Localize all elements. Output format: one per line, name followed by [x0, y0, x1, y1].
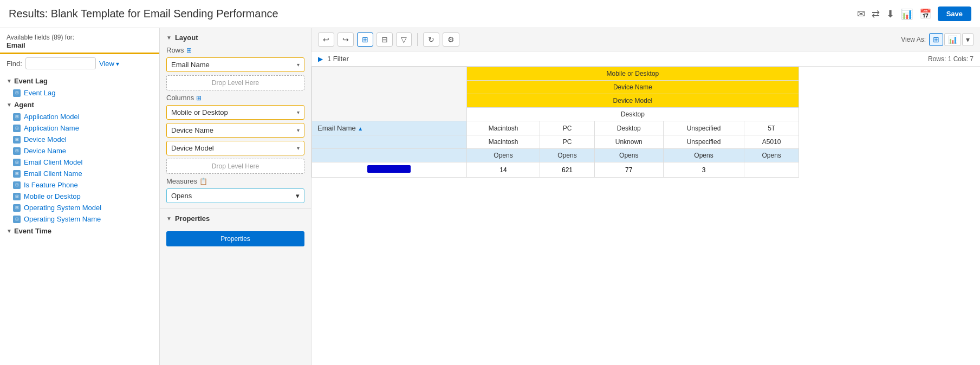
val-desktop: 77 [594, 162, 663, 178]
col-a5010-l3: A5010 [744, 135, 799, 149]
filter-expand-arrow[interactable]: ▶ [318, 55, 323, 63]
field-icon-mobile-or-desktop: ⊞ [13, 193, 21, 200]
rows-dropdown-email-name[interactable]: Email Name ▾ [166, 57, 304, 72]
save-button[interactable]: Save [938, 6, 971, 21]
columns-dropdown-device-name[interactable]: Device Name ▾ [166, 123, 304, 138]
filter-button[interactable]: ▽ [396, 32, 412, 47]
layout-arrow: ▼ [166, 35, 172, 41]
chevron-down-icon-5: ▾ [296, 192, 300, 200]
email-name-col-header: Email Name ▲ [312, 121, 467, 135]
settings-button[interactable]: ⚙ [443, 32, 459, 47]
email-bar [367, 165, 411, 173]
email-name-header-cell [312, 67, 467, 121]
email-icon[interactable]: ✉ [857, 8, 865, 20]
rows-drop-zone: Drop Level Here [166, 75, 304, 90]
group-arrow-event-lag: ▼ [7, 78, 12, 84]
field-icon-app-name: ⊞ [13, 125, 21, 132]
page-title: Results: Blank Template for Email Sendin… [9, 8, 857, 20]
properties-title: ▼ Properties [166, 214, 304, 223]
sort-icon[interactable]: ▲ [358, 126, 363, 132]
col-pc-metric: Opens [540, 149, 595, 162]
col-macintosh-metric: Opens [466, 149, 540, 162]
field-item-application-model[interactable]: ⊞ Application Model [0, 111, 159, 122]
measures-icon: 📋 [199, 178, 207, 185]
field-item-application-name[interactable]: ⊞ Application Name [0, 122, 159, 134]
field-item-os-model[interactable]: ⊞ Operating System Model [0, 202, 159, 213]
val-pc: 621 [540, 162, 595, 178]
email-name-metric-header [312, 135, 467, 149]
available-fields-label: Available fields (89) for: [7, 34, 153, 41]
field-item-os-name[interactable]: ⊞ Operating System Name [0, 213, 159, 225]
col-desktop: Desktop [594, 121, 663, 135]
calendar-icon[interactable]: 📅 [919, 8, 931, 20]
rows-icon: ⊞ [186, 47, 192, 54]
left-panel-header: Available fields (89) for: Email [0, 28, 159, 54]
measures-dropdown-opens[interactable]: Opens ▾ [166, 188, 304, 203]
field-item-event-lag[interactable]: ⊞ Event Lag [0, 87, 159, 99]
email-name-cell [312, 162, 467, 178]
view-table-button[interactable]: ⊞ [929, 33, 943, 46]
find-row: Find: View ▾ [0, 54, 159, 73]
col-5t: 5T [744, 121, 799, 135]
chevron-down-icon-2: ▾ [297, 109, 300, 115]
columns-dropdown-device-model[interactable]: Device Model ▾ [166, 141, 304, 155]
field-item-email-client-name[interactable]: ⊞ Email Client Name [0, 168, 159, 179]
left-panel: Available fields (89) for: Email Find: V… [0, 28, 160, 365]
table-row: 14 621 77 3 [312, 162, 799, 178]
redo-button[interactable]: ↪ [338, 32, 354, 47]
layout-title: ▼ Layout [166, 34, 304, 42]
columns-label: Columns ⊞ [166, 94, 304, 102]
field-icon-email-client-name: ⊞ [13, 170, 21, 178]
find-label: Find: [7, 60, 22, 68]
view-more-button[interactable]: ▾ [962, 33, 973, 46]
chevron-down-icon-4: ▾ [297, 145, 300, 151]
columns-dropdown-mobile-desktop[interactable]: Mobile or Desktop ▾ [166, 105, 304, 120]
data-table: Mobile or Desktop Device Name Device Mod… [311, 67, 799, 178]
field-icon-device-model: ⊞ [13, 136, 21, 144]
field-list: ▼ Event Lag ⊞ Event Lag ▼ Agent ⊞ Applic… [0, 73, 159, 365]
col-macintosh-l3: Macintosh [466, 135, 540, 149]
field-icon-device-name: ⊞ [13, 147, 21, 155]
view-as-options: ⊞ 📊 ▾ [929, 33, 973, 46]
header-actions: ✉ ⇄ ⬇ 📊 📅 [857, 8, 931, 20]
col-5t-metric: Opens [744, 149, 799, 162]
field-item-mobile-or-desktop[interactable]: ⊞ Mobile or Desktop [0, 191, 159, 202]
field-item-is-feature-phone[interactable]: ⊞ Is Feature Phone [0, 179, 159, 191]
device-model-header: Device Model [466, 94, 799, 108]
group-event-time[interactable]: ▼ Event Time [0, 225, 159, 237]
chevron-down-icon: ▾ [297, 62, 300, 68]
email-name-opens-header [312, 149, 467, 162]
share-icon[interactable]: ⇄ [872, 8, 880, 20]
refresh-button[interactable]: ↻ [423, 32, 439, 47]
view-button[interactable]: View ▾ [99, 60, 119, 68]
field-icon-is-feature-phone: ⊞ [13, 181, 21, 189]
chart-icon[interactable]: 📊 [901, 8, 913, 20]
layout-section: ▼ Layout Rows ⊞ Email Name ▾ Drop Level … [160, 28, 311, 206]
field-icon-app-model: ⊞ [13, 113, 21, 121]
col-desktop-metric: Opens [594, 149, 663, 162]
field-icon-os-model: ⊞ [13, 204, 21, 212]
mobile-or-desktop-header: Mobile or Desktop [466, 67, 799, 81]
properties-button[interactable]: Properties [166, 231, 304, 246]
field-item-device-model[interactable]: ⊞ Device Model [0, 134, 159, 145]
col-unknown-l3: Unknown [594, 135, 663, 149]
group-agent[interactable]: ▼ Agent [0, 99, 159, 111]
grid-view-button[interactable]: ⊞ [357, 32, 373, 47]
group-event-lag[interactable]: ▼ Event Lag [0, 75, 159, 87]
desktop-header: Desktop [466, 108, 799, 121]
device-name-header: Device Name [466, 81, 799, 94]
find-input[interactable] [25, 57, 96, 69]
col-pc-l3: PC [540, 135, 595, 149]
split-view-button[interactable]: ⊟ [377, 32, 393, 47]
middle-panel: ▼ Layout Rows ⊞ Email Name ▾ Drop Level … [160, 28, 311, 365]
toolbar: ↩ ↪ ⊞ ⊟ ▽ ↻ ⚙ View As: ⊞ 📊 ▾ [311, 28, 980, 51]
field-icon-email-client-model: ⊞ [13, 159, 21, 166]
field-item-email-client-model[interactable]: ⊞ Email Client Model [0, 157, 159, 168]
field-item-device-name[interactable]: ⊞ Device Name [0, 145, 159, 157]
view-chart-button[interactable]: 📊 [944, 33, 961, 46]
undo-button[interactable]: ↩ [318, 32, 334, 47]
columns-icon: ⊞ [196, 94, 202, 102]
filter-bar: ▶ 1 Filter Rows: 1 Cols: 7 [311, 51, 980, 67]
val-unspecified: 3 [663, 162, 744, 178]
download-icon[interactable]: ⬇ [886, 8, 894, 20]
